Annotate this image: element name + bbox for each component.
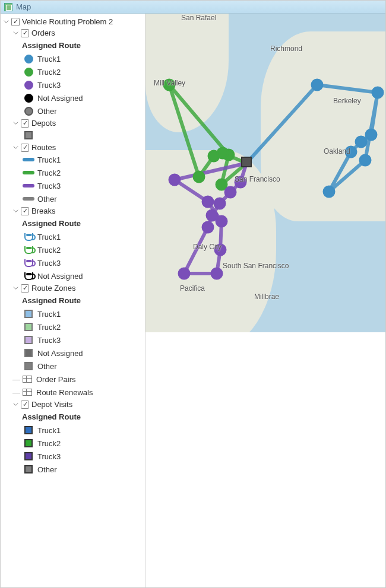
swatch-icon	[22, 322, 35, 332]
window-title: Map	[16, 2, 31, 11]
legend-item: Truck1	[21, 153, 145, 166]
layer-label: Depots	[31, 119, 56, 128]
layer-checkbox[interactable]	[21, 119, 29, 128]
stop-truck1	[324, 186, 334, 197]
legend-label: Truck2	[37, 439, 61, 448]
stop-truck3	[214, 198, 225, 209]
stop-truck3	[211, 268, 222, 279]
legend-label: Other	[37, 465, 57, 474]
layer-checkbox[interactable]	[21, 144, 29, 152]
stop-truck3	[203, 196, 213, 207]
layer-checkbox[interactable]	[21, 207, 29, 215]
layer-label: Order Pairs	[36, 375, 75, 384]
legend-item: Truck2	[21, 320, 145, 333]
legend-label: Truck2	[37, 68, 61, 77]
layer-orders[interactable]: Orders	[11, 27, 145, 39]
legend-label: Truck3	[37, 452, 61, 461]
layer-root[interactable]: Vehicle Routing Problem 2	[2, 16, 145, 27]
layer-depots[interactable]: Depots	[11, 117, 145, 129]
expand-icon[interactable]	[3, 19, 9, 25]
stop-truck2	[216, 179, 227, 190]
legend-item: Other	[21, 463, 145, 476]
window-titlebar: Map	[1, 1, 385, 14]
layer-checkbox-root[interactable]	[11, 18, 20, 26]
layer-order-pairs[interactable]: — Order Pairs	[11, 373, 145, 386]
legend-label: Truck1	[37, 55, 61, 63]
layer-label: Depot Visits	[31, 400, 72, 409]
legend-label: Truck2	[37, 169, 61, 177]
expand-icon[interactable]	[12, 402, 18, 408]
swatch-icon	[22, 335, 35, 345]
dash-icon: —	[12, 388, 18, 397]
expand-icon[interactable]	[12, 120, 18, 126]
layer-checkbox[interactable]	[21, 401, 29, 409]
legend-item: Other	[21, 360, 145, 373]
legend-item: Not Assigned	[21, 269, 145, 282]
swatch-icon	[22, 309, 35, 319]
layer-label: Breaks	[31, 206, 55, 215]
layer-routes[interactable]: Routes	[11, 142, 145, 153]
legend-item: Truck1	[21, 230, 145, 243]
layer-depot-visits[interactable]: Depot Visits	[11, 399, 145, 410]
table-of-contents[interactable]: Vehicle Routing Problem 2 Orders Assigne…	[1, 14, 145, 587]
swatch-icon	[22, 464, 35, 475]
swatch-icon	[22, 53, 35, 64]
layer-checkbox[interactable]	[21, 284, 29, 293]
legend-item: Not Assigned	[21, 347, 145, 360]
table-icon	[21, 374, 34, 384]
expand-icon[interactable]	[12, 30, 18, 36]
map-canvas[interactable]: San RafaelMill ValleyRichmondBerkeleyOak…	[145, 14, 385, 587]
stop-truck1	[346, 147, 356, 157]
route-truck2	[169, 85, 246, 185]
legend-item: Truck2	[21, 437, 145, 450]
swatch-icon	[22, 167, 35, 178]
layer-label: Vehicle Routing Problem 2	[22, 17, 113, 26]
legend-label: Truck1	[37, 233, 61, 241]
layer-label: Routes	[31, 143, 56, 152]
stop-truck1	[372, 87, 383, 98]
stop-truck3	[235, 177, 246, 187]
legend-label: Other	[37, 195, 57, 204]
table-icon	[21, 387, 34, 398]
legend-label: Other	[37, 107, 57, 116]
swatch-icon	[22, 438, 35, 449]
swatch-icon	[22, 425, 35, 436]
legend-label: Truck2	[37, 246, 61, 255]
stop-truck1	[312, 80, 322, 90]
layer-breaks[interactable]: Breaks	[11, 205, 145, 217]
map-icon	[4, 3, 12, 11]
swatch-icon	[22, 154, 35, 165]
layer-checkbox[interactable]	[21, 29, 29, 37]
swatch-icon	[22, 271, 35, 281]
expand-icon[interactable]	[12, 285, 18, 291]
legend-item: Not Assigned	[21, 91, 145, 104]
legend-label: Truck1	[37, 155, 61, 164]
stop-truck3	[169, 174, 180, 185]
legend-item: Truck3	[21, 333, 145, 347]
swatch-icon	[22, 80, 35, 90]
swatch-icon	[22, 231, 35, 242]
expand-icon[interactable]	[12, 145, 18, 151]
layer-route-zones[interactable]: Route Zones	[11, 282, 145, 294]
stop-truck2	[217, 148, 228, 158]
stop-truck3	[225, 187, 236, 198]
swatch-icon	[22, 66, 35, 77]
legend-item: Truck1	[21, 52, 145, 65]
swatch-icon	[22, 348, 35, 358]
expand-icon[interactable]	[12, 208, 18, 214]
square-swatch	[22, 130, 35, 141]
legend-item: Truck3	[21, 179, 145, 192]
legend-label: Truck3	[37, 81, 61, 90]
legend-heading: Assigned Route	[22, 40, 81, 51]
legend-label: Not Assigned	[37, 349, 83, 358]
legend-item: Other	[21, 104, 145, 117]
legend-label: Other	[37, 362, 57, 371]
layer-route-renewals[interactable]: — Route Renewals	[11, 386, 145, 399]
legend-item: Truck3	[21, 256, 145, 269]
legend-heading: Assigned Route	[22, 295, 81, 306]
stop-truck3	[179, 268, 189, 279]
legend-item: Truck2	[21, 243, 145, 256]
map-overlay	[145, 14, 385, 352]
legend-item: Truck3	[21, 450, 145, 463]
legend-label: Not Assigned	[37, 272, 83, 281]
